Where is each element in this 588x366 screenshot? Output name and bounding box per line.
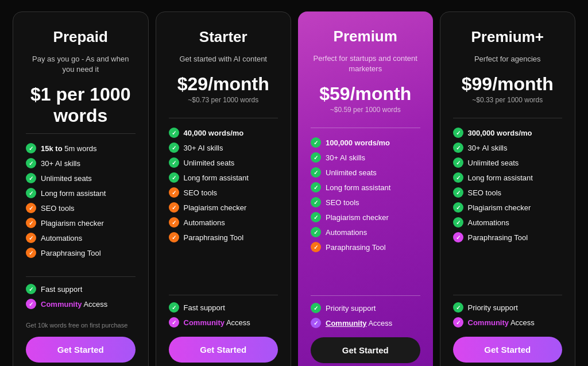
support-item-starter-0: Fast support [169,302,278,313]
support-text-premium-plus-0: Priority support [468,303,518,312]
feature-icon-green [169,142,179,153]
feature-item-starter-7: Paraphrasing Tool [169,232,278,242]
feature-icon-green [453,142,463,153]
divider-top-prepaid [26,133,136,134]
feature-text-premium-plus-1: 30+ AI skills [468,144,508,152]
feature-item-premium-plus-3: Long form assistant [453,172,563,183]
feature-item-premium-3: Long form assistant [311,182,420,192]
feature-item-prepaid-1: 30+ AI skills [26,158,136,168]
feature-item-prepaid-7: Paraphrasing Tool [26,248,136,258]
support-icon-pink [453,317,463,328]
feature-text-premium-1: 30+ AI skills [326,153,365,162]
feature-text-premium-plus-4: SEO tools [468,188,502,197]
cta-button-premium[interactable]: Get Started [311,337,420,363]
feature-text-premium-plus-2: Unlimited seats [468,159,519,167]
plan-subtitle-premium-plus: Perfect for agencies [453,54,563,64]
support-icon-pink [26,299,36,309]
feature-item-premium-plus-7: Paraphrasing Tool [453,232,563,242]
divider-support-premium [311,295,420,296]
feature-item-premium-1: 30+ AI skills [311,152,420,163]
cta-button-premium-plus[interactable]: Get Started [453,337,563,363]
feature-text-premium-plus-5: Plagiarism checker [468,203,531,212]
plan-card-premium-plus: Premium+Perfect for agencies$99/month~$0… [440,11,576,366]
plan-price-sub-premium-plus: ~$0.33 per 1000 words [453,96,563,104]
feature-icon-orange [26,218,36,228]
feature-icon-orange [26,248,36,258]
feature-text-premium-5: Plagiarism checker [326,213,389,222]
feature-item-starter-1: 30+ AI skills [169,142,278,153]
plan-card-prepaid: PrepaidPay as you go - As and when you n… [13,11,149,366]
cta-button-starter[interactable]: Get Started [169,337,278,363]
community-link-premium[interactable]: Community [326,319,367,328]
feature-text-premium-3: Long form assistant [326,183,390,192]
features-list-premium-plus: 300,000 words/mo30+ AI skillsUnlimited s… [453,128,563,281]
feature-item-prepaid-3: Long form assistant [26,188,136,198]
support-text-prepaid-1: Community Access [41,300,107,309]
feature-text-starter-1: 30+ AI skills [184,144,223,152]
feature-item-premium-2: Unlimited seats [311,167,420,178]
divider-top-starter [169,118,278,118]
feature-icon-orange [169,217,179,228]
feature-text-prepaid-4: SEO tools [41,204,75,213]
feature-item-starter-2: Unlimited seats [169,157,278,168]
feature-item-starter-5: Plagiarism checker [169,202,278,213]
feature-item-premium-plus-1: 30+ AI skills [453,142,563,153]
feature-item-premium-plus-2: Unlimited seats [453,157,563,168]
feature-item-premium-4: SEO tools [311,197,420,207]
feature-text-prepaid-6: Automations [41,234,82,242]
features-list-starter: 40,000 words/mo30+ AI skillsUnlimited se… [169,128,278,281]
support-text-starter-1: Community Access [184,318,250,327]
feature-item-starter-0: 40,000 words/mo [169,128,278,138]
support-list-premium: Priority supportCommunity Access [311,303,420,333]
community-link-starter[interactable]: Community [184,318,225,327]
cta-button-prepaid[interactable]: Get Started [26,337,136,363]
feature-text-starter-6: Automations [184,218,225,227]
feature-text-prepaid-1: 30+ AI skills [41,159,80,168]
plan-title-starter: Starter [169,28,278,46]
community-link-prepaid[interactable]: Community [41,300,82,309]
feature-icon-green [26,188,36,198]
feature-item-premium-5: Plagiarism checker [311,212,420,222]
support-icon-green [169,302,179,313]
feature-text-premium-0: 100,000 words/mo [326,138,390,147]
feature-text-starter-2: Unlimited seats [184,159,235,167]
feature-icon-green [453,187,463,198]
feature-item-starter-6: Automations [169,217,278,228]
plan-price-prepaid: $1 per 1000 words [26,84,136,126]
feature-text-prepaid-3: Long form assistant [41,189,106,198]
feature-text-premium-plus-7: Paraphrasing Tool [468,233,528,242]
feature-text-premium-plus-0: 300,000 words/mo [468,129,532,137]
feature-item-starter-4: SEO tools [169,187,278,198]
feature-icon-green [26,143,36,153]
support-icon-green [26,284,36,294]
support-list-prepaid: Fast supportCommunity Access [26,284,136,314]
community-link-premium-plus[interactable]: Community [468,318,509,327]
support-text-starter-0: Fast support [184,303,225,312]
feature-icon-green [311,167,321,178]
feature-text-prepaid-5: Plagiarism checker [41,219,104,228]
plan-card-premium: PremiumPerfect for startups and content … [298,11,433,366]
feature-icon-green [453,157,463,168]
support-item-prepaid-1: Community Access [26,299,136,309]
feature-item-starter-3: Long form assistant [169,172,278,183]
support-text-prepaid-0: Fast support [41,285,82,294]
feature-item-prepaid-6: Automations [26,233,136,243]
feature-icon-green [169,128,179,138]
feature-text-prepaid-2: Unlimited seats [41,174,92,183]
feature-item-premium-6: Automations [311,227,420,237]
support-item-premium-0: Priority support [311,303,420,313]
feature-text-starter-4: SEO tools [184,188,218,197]
feature-icon-orange [169,187,179,198]
feature-text-starter-0: 40,000 words/mo [184,129,244,137]
support-item-starter-1: Community Access [169,317,278,328]
feature-item-premium-plus-5: Plagiarism checker [453,202,563,213]
plan-title-prepaid: Prepaid [26,28,136,46]
support-item-premium-1: Community Access [311,318,420,328]
feature-icon-green [311,197,321,207]
feature-text-prepaid-0: 15k to 5m words [41,144,97,153]
support-text-premium-plus-1: Community Access [468,318,535,327]
feature-item-premium-0: 100,000 words/mo [311,137,420,148]
feature-icon-green [26,158,36,168]
feature-icon-green [169,157,179,168]
support-item-premium-plus-1: Community Access [453,317,563,328]
